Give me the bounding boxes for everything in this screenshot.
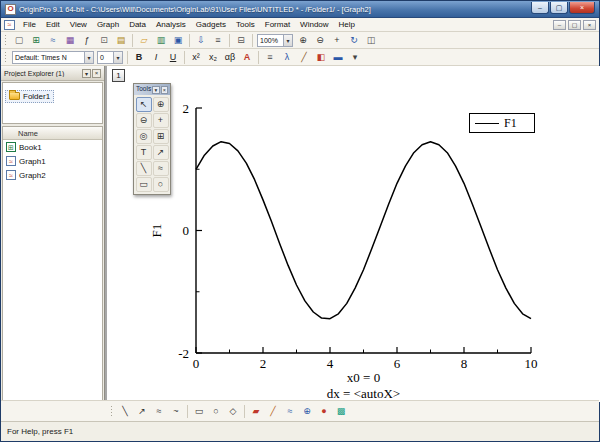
- data-reader-tool[interactable]: ◎: [136, 129, 152, 144]
- child-restore-button[interactable]: ▢: [568, 20, 581, 30]
- menu-view[interactable]: View: [65, 18, 92, 32]
- rescale-button[interactable]: +: [329, 33, 345, 48]
- arrow-tool-button[interactable]: ↗: [134, 404, 150, 419]
- panel-close-button[interactable]: ×: [92, 69, 101, 78]
- color-ball-button[interactable]: ●: [316, 404, 332, 419]
- font-size-combo[interactable]: 0▾: [97, 51, 123, 64]
- screen-reader-tool[interactable]: +: [153, 113, 169, 128]
- panel-menu-button[interactable]: ▾: [82, 69, 91, 78]
- project-explorer-header[interactable]: Project Explorer (1) ▾ ×: [1, 66, 104, 81]
- explorer-item-book1[interactable]: ⊞Book1: [3, 140, 102, 154]
- tools-close-button[interactable]: ×: [161, 86, 168, 94]
- marker-tool-button[interactable]: ▰: [248, 404, 264, 419]
- print-button[interactable]: ⊟: [233, 33, 249, 48]
- zoom-out-tool[interactable]: ⊖: [136, 113, 152, 128]
- chevron-down-icon[interactable]: ▾: [113, 52, 122, 63]
- greek-button[interactable]: αβ: [222, 50, 238, 65]
- line-tool[interactable]: ╲: [136, 161, 152, 176]
- arrow-tool[interactable]: ↗: [153, 145, 169, 160]
- new-project-button[interactable]: ▢: [11, 33, 27, 48]
- menu-format[interactable]: Format: [260, 18, 295, 32]
- duplicate-window-button[interactable]: ◫: [363, 33, 379, 48]
- toolbar-grip[interactable]: [4, 34, 8, 47]
- open-button[interactable]: ▱: [136, 33, 152, 48]
- rectangle-tool-button[interactable]: ▭: [191, 404, 207, 419]
- child-minimize-button[interactable]: –: [553, 20, 566, 30]
- more-options-button[interactable]: ▾: [347, 50, 363, 65]
- save-project-button[interactable]: ▣: [170, 33, 186, 48]
- menu-tools[interactable]: Tools: [231, 18, 260, 32]
- selector-tool[interactable]: ⊞: [153, 129, 169, 144]
- import-wizard-button[interactable]: ⇩: [193, 33, 209, 48]
- curve-tool-button[interactable]: ≈: [151, 404, 167, 419]
- new-graph-button[interactable]: ≈: [45, 33, 61, 48]
- menu-gadgets[interactable]: Gadgets: [191, 18, 231, 32]
- name-column-header[interactable]: Name: [3, 127, 102, 140]
- align-left-button[interactable]: ≡: [262, 50, 278, 65]
- new-matrix-button[interactable]: ▦: [62, 33, 78, 48]
- menu-graph[interactable]: Graph: [92, 18, 124, 32]
- title-bar[interactable]: O OriginPro 9.1 64-bit - C:\Users\Will\D…: [1, 1, 599, 18]
- pencil-tool-button[interactable]: ╱: [265, 404, 281, 419]
- line-tool-button[interactable]: ╲: [117, 404, 133, 419]
- draw-button[interactable]: ╱: [296, 50, 312, 65]
- polygon-tool-button[interactable]: ◇: [225, 404, 241, 419]
- import-ascii-button[interactable]: ≡: [210, 33, 226, 48]
- chevron-down-icon[interactable]: ▾: [84, 52, 93, 63]
- bold-button[interactable]: B: [131, 50, 147, 65]
- color-grid-button[interactable]: ▩: [333, 404, 349, 419]
- font-color-button[interactable]: A: [239, 50, 255, 65]
- tools-palette-titlebar[interactable]: Tools ▾ ×: [134, 84, 170, 95]
- line-color-button[interactable]: ▬: [330, 50, 346, 65]
- underline-button[interactable]: U: [165, 50, 181, 65]
- menu-file[interactable]: File: [18, 18, 41, 32]
- freehand-tool-button[interactable]: ~: [168, 404, 184, 419]
- subscript-button[interactable]: x₂: [205, 50, 221, 65]
- new-workbook-button[interactable]: ⊞: [28, 33, 44, 48]
- menu-help[interactable]: Help: [334, 18, 360, 32]
- compass-tool-button[interactable]: ⊕: [299, 404, 315, 419]
- text-tool[interactable]: T: [136, 145, 152, 160]
- graph-page[interactable]: 024681020-2F1x0 = 0dx = <autoX> 1 F1 Too…: [107, 66, 600, 402]
- new-notes-button[interactable]: ▤: [113, 33, 129, 48]
- toolbar-grip[interactable]: [110, 405, 114, 418]
- ellipse-tool[interactable]: ○: [153, 177, 169, 192]
- tools-menu-button[interactable]: ▾: [152, 86, 159, 94]
- ellipse-tool-button[interactable]: ○: [208, 404, 224, 419]
- minimize-button[interactable]: –: [531, 2, 549, 14]
- refresh-button[interactable]: ↻: [346, 33, 362, 48]
- style-combo[interactable]: Default: Times N▾: [12, 51, 94, 64]
- chevron-down-icon[interactable]: ▾: [283, 35, 292, 46]
- graph-legend[interactable]: F1: [469, 113, 535, 133]
- curve-tool[interactable]: ≈: [153, 161, 169, 176]
- new-function-button[interactable]: ƒ: [79, 33, 95, 48]
- zoom-in-button[interactable]: ⊕: [295, 33, 311, 48]
- child-window-icon[interactable]: ≈: [4, 20, 15, 30]
- menu-data[interactable]: Data: [124, 18, 151, 32]
- italic-button[interactable]: I: [148, 50, 164, 65]
- layer-1-button[interactable]: 1: [112, 69, 125, 82]
- menu-edit[interactable]: Edit: [41, 18, 65, 32]
- fill-color-button[interactable]: ◧: [313, 50, 329, 65]
- zoom-combo[interactable]: 100%▾: [257, 34, 293, 47]
- new-layout-button[interactable]: ⊡: [96, 33, 112, 48]
- spline-tool-button[interactable]: ≈: [282, 404, 298, 419]
- pointer-tool[interactable]: ↖: [136, 97, 152, 112]
- explorer-item-graph1[interactable]: ≈Graph1: [3, 154, 102, 168]
- origin-app-icon: O: [5, 4, 16, 15]
- lambda-button[interactable]: λ: [279, 50, 295, 65]
- zoom-in-tool[interactable]: ⊕: [153, 97, 169, 112]
- open-excel-button[interactable]: ▥: [153, 33, 169, 48]
- close-button[interactable]: ×: [569, 2, 595, 14]
- superscript-button[interactable]: x²: [188, 50, 204, 65]
- child-close-button[interactable]: ×: [583, 20, 596, 30]
- rectangle-tool[interactable]: ▭: [136, 177, 152, 192]
- pencil-tool-icon: ╱: [270, 407, 275, 416]
- zoom-out-button[interactable]: ⊖: [312, 33, 328, 48]
- explorer-item-graph2[interactable]: ≈Graph2: [3, 168, 102, 182]
- maximize-button[interactable]: ▢: [550, 2, 568, 14]
- toolbar-grip[interactable]: [4, 51, 8, 64]
- folder-item-folder1[interactable]: Folder1: [5, 90, 54, 103]
- menu-window[interactable]: Window: [295, 18, 333, 32]
- menu-analysis[interactable]: Analysis: [151, 18, 191, 32]
